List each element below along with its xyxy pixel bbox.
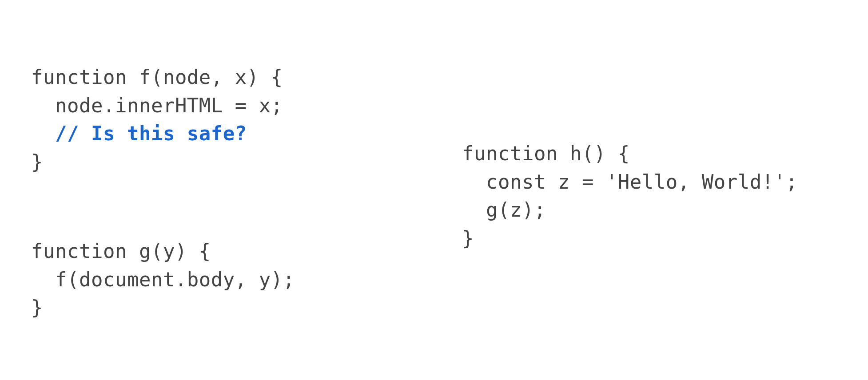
code-line: g(z); [462,198,546,221]
code-line: } [462,227,474,249]
code-line: node.innerHTML = x; [31,94,283,117]
code-block-h: function h() { const z = 'Hello, World!'… [462,111,798,253]
code-line: function h() { [462,142,630,165]
code-line: function f(node, x) { [31,66,283,88]
code-line: } [31,296,43,319]
code-comment-emphasis: // Is this safe? [31,122,247,145]
code-block-f: function f(node, x) { node.innerHTML = x… [31,35,283,176]
code-line: const z = 'Hello, World!'; [462,170,798,193]
code-line: function g(y) { [31,240,211,262]
code-line: f(document.body, y); [31,268,295,291]
code-block-g: function g(y) { f(document.body, y); } [31,209,295,322]
code-line: } [31,150,43,173]
